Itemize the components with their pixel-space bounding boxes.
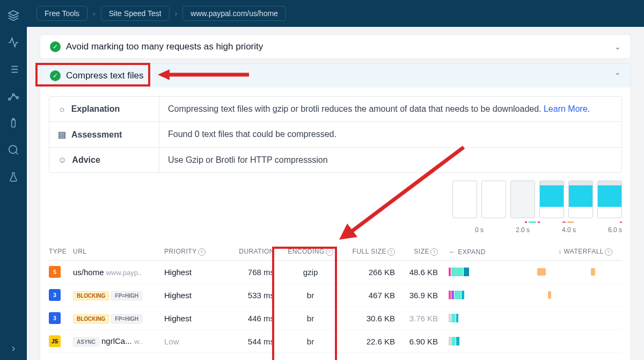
accordion-item-expanded: ✓ Compress text files ⌃ ☼ Explanation	[40, 63, 631, 360]
breadcrumb-site-speed[interactable]: Site Speed Test	[101, 6, 170, 21]
accordion-item: ✓ Avoid marking too many requests as hig…	[40, 34, 631, 59]
list-icon[interactable]	[8, 63, 19, 75]
resources-table: TYPE URL PRIORITY? DURATION ENCODING? FU…	[49, 243, 622, 353]
fullsize-cell: 467 KB	[341, 291, 395, 300]
svg-point-9	[17, 97, 19, 99]
table-row[interactable]: JS ASYNCngrlCa... w.. Low 544 ms br 22.6…	[49, 330, 622, 353]
encoding-cell: br	[280, 314, 341, 323]
priority-cell: Highest	[164, 314, 229, 323]
file-type-icon: 3	[49, 289, 61, 301]
svg-marker-0	[9, 11, 18, 16]
url-text: ngrlCa...	[101, 336, 132, 345]
col-waterfall-header[interactable]: ↓ WATERFALL?	[497, 248, 622, 256]
url-cell: us/home www.payp..	[73, 268, 164, 277]
fullsize-cell: 30.6 KB	[341, 314, 395, 323]
lightbulb-icon: ☼	[58, 104, 66, 114]
help-icon: ?	[430, 248, 438, 256]
accordion-header[interactable]: ✓ Compress text files ⌃	[40, 64, 631, 88]
chevron-right-icon: ›	[175, 9, 178, 18]
url-cell: ASYNCngrlCa... w..	[73, 336, 164, 347]
size-bars	[449, 267, 497, 277]
svg-line-10	[11, 96, 13, 99]
breadcrumb-free-tools[interactable]: Free Tools	[36, 6, 87, 21]
accordion-title: Compress text files	[66, 70, 609, 81]
tag: FP=HIGH	[111, 314, 142, 323]
duration-cell: 533 ms	[229, 291, 280, 300]
url-sub: w..	[134, 337, 143, 345]
layers-icon[interactable]	[8, 10, 19, 21]
svg-point-7	[9, 98, 11, 100]
activity-icon[interactable]	[8, 37, 19, 48]
share-icon[interactable]	[8, 90, 19, 102]
learn-more-link[interactable]: Learn More	[544, 104, 588, 113]
col-fullsize-header[interactable]: FULL SIZE?	[341, 248, 395, 256]
waterfall-cell	[497, 336, 622, 346]
filmstrip-frame[interactable]	[481, 181, 506, 218]
chevron-right-icon[interactable]	[8, 343, 19, 355]
check-circle-icon: ✓	[50, 70, 61, 81]
filmstrip-frame[interactable]	[539, 181, 564, 218]
filmstrip-frame[interactable]	[452, 181, 477, 218]
col-priority-header[interactable]: PRIORITY?	[164, 248, 229, 256]
url-cell: BLOCKINGFP=HIGH	[73, 313, 164, 323]
size-cell: 36.9 KB	[395, 291, 443, 300]
advice-label: ☺ Advice	[49, 148, 159, 172]
tag: BLOCKING	[73, 314, 109, 323]
table-header-row: TYPE URL PRIORITY? DURATION ENCODING? FU…	[49, 243, 622, 261]
sidebar	[0, 0, 27, 360]
col-expand-header[interactable]: ← EXPAND	[443, 248, 497, 256]
encoding-cell: gzip	[280, 268, 341, 277]
encoding-cell: br	[280, 291, 341, 300]
filmstrip-frame[interactable]	[568, 181, 593, 218]
col-duration-header[interactable]: DURATION	[229, 248, 280, 256]
fullsize-cell: 22.6 KB	[341, 337, 395, 346]
svg-rect-13	[12, 119, 14, 120]
file-type-icon: 5	[49, 266, 61, 278]
size-bars	[449, 313, 497, 323]
filmstrip-frame[interactable]	[597, 181, 622, 218]
duration-cell: 768 ms	[229, 268, 280, 277]
check-circle-icon: ✓	[50, 41, 61, 52]
table-row[interactable]: 5 us/home www.payp.. Highest 768 ms gzip…	[49, 261, 622, 284]
size-cell: 3.76 KB	[395, 314, 443, 323]
col-encoding-header[interactable]: ENCODING?	[280, 248, 341, 256]
size-bars	[449, 336, 497, 346]
bottle-icon[interactable]	[8, 117, 19, 129]
file-type-icon: JS	[49, 335, 61, 347]
search-icon[interactable]	[8, 144, 19, 156]
table-row[interactable]: 3 BLOCKINGFP=HIGH Highest 533 ms br 467 …	[49, 284, 622, 307]
help-icon: ?	[326, 248, 333, 256]
fullsize-cell: 266 KB	[341, 268, 395, 277]
priority-cell: Highest	[164, 268, 229, 277]
chevron-right-icon: ›	[93, 9, 96, 18]
accordion-header[interactable]: ✓ Avoid marking too many requests as hig…	[40, 35, 631, 59]
chevron-down-icon: ⌄	[614, 42, 621, 51]
assessment-text: Found 0 text files that could be compres…	[159, 122, 621, 147]
filmstrip-frame[interactable]	[510, 181, 535, 218]
size-bars	[449, 290, 497, 300]
table-row[interactable]: 3 BLOCKINGFP=HIGH Highest 446 ms br 30.6…	[49, 307, 622, 330]
time-labels: 0 s 2.0 s 4.0 s 6.0 s	[471, 226, 622, 234]
explanation-label: ☼ Explanation	[49, 97, 159, 121]
filmstrip: 0 s 2.0 s 4.0 s 6.0 s	[49, 181, 622, 234]
tag: FP=HIGH	[111, 291, 142, 300]
tag: BLOCKING	[73, 291, 109, 300]
size-cell: 6.90 KB	[395, 337, 443, 346]
svg-line-11	[14, 95, 17, 97]
file-type-icon: 3	[49, 312, 61, 324]
breadcrumb-url[interactable]: www.paypal.com/us/home	[182, 6, 286, 21]
assessment-label: ▤ Assessment	[49, 122, 159, 147]
topbar: Free Tools › Site Speed Test › www.paypa…	[27, 0, 644, 27]
chat-icon: ☺	[58, 155, 67, 165]
explanation-text: Compressing text files with gzip or brot…	[159, 97, 621, 121]
waterfall-cell	[497, 290, 622, 300]
size-cell: 48.6 KB	[395, 268, 443, 277]
help-icon: ?	[198, 248, 206, 256]
url-cell: BLOCKINGFP=HIGH	[73, 290, 164, 300]
waterfall-cell	[497, 313, 622, 323]
flask-icon[interactable]	[8, 171, 19, 183]
svg-line-15	[16, 152, 18, 154]
svg-point-14	[9, 146, 17, 154]
priority-cell: Highest	[164, 291, 229, 300]
col-size-header[interactable]: SIZE?	[395, 248, 443, 256]
